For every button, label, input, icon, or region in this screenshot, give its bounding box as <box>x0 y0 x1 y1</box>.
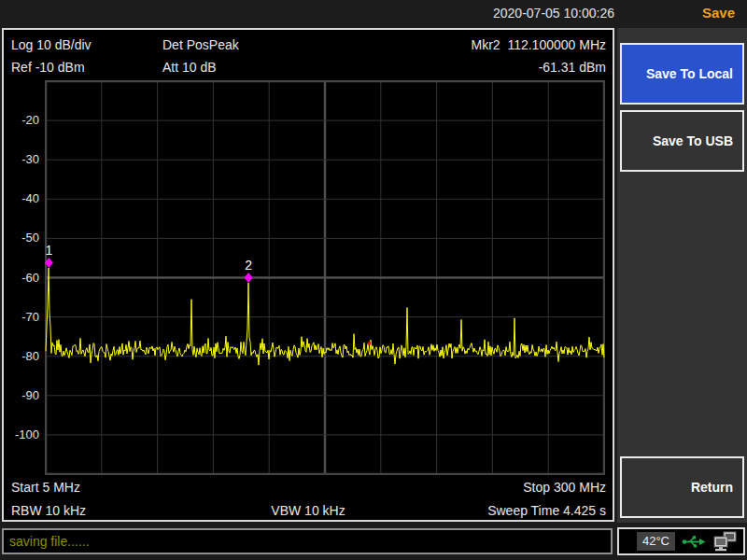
marker-diamond <box>245 273 253 283</box>
datetime: 2020-07-05 10:00:26 <box>493 6 614 21</box>
softkey-menu: Save To Local Save To USB Return <box>617 28 747 523</box>
usb-icon <box>682 534 706 550</box>
save-to-local-button[interactable]: Save To Local <box>620 43 744 105</box>
y-axis-labels: -20-30-40-50-60-70-80-90-100 <box>4 80 42 475</box>
y-tick-label: -50 <box>4 231 39 245</box>
return-button[interactable]: Return <box>620 456 744 518</box>
status-message: saving file...... <box>4 534 90 549</box>
temperature-badge: 42°C <box>637 532 675 551</box>
y-tick-label: -80 <box>4 349 39 363</box>
status-message-bar: saving file...... <box>2 528 613 554</box>
status-icons-bar: 42°C <box>617 527 745 555</box>
attenuation-readout: Att 10 dB <box>162 60 217 75</box>
marker-number: 2 <box>245 258 252 273</box>
y-tick-label: -90 <box>4 388 39 402</box>
active-menu-title: Save <box>702 5 735 21</box>
y-tick-label: -20 <box>4 113 39 127</box>
display-panel: Log 10 dB/div Det PosPeak Mkr2 112.10000… <box>2 28 614 522</box>
computer-icon <box>712 531 738 553</box>
y-tick-label: -30 <box>4 152 39 166</box>
detector-readout: Det PosPeak <box>162 37 239 52</box>
spectrum-analyzer-screen: 2020-07-05 10:00:26 Save Log 10 dB/div D… <box>0 0 747 560</box>
scale-readout: Log 10 dB/div <box>11 37 92 52</box>
start-frequency-label: Start 5 MHz <box>11 480 80 495</box>
save-to-usb-button[interactable]: Save To USB <box>620 110 744 172</box>
marker-amplitude-readout: -61.31 dBm <box>539 60 606 75</box>
reference-level-readout: Ref -10 dBm <box>11 60 85 75</box>
y-tick-label: -60 <box>4 271 39 285</box>
spectrum-plot: 12 <box>45 80 605 475</box>
sweep-time-label: Sweep Time 4.425 s <box>487 503 606 518</box>
marker-frequency-readout: Mkr2 112.100000 MHz <box>472 37 606 52</box>
marker-number: 1 <box>46 243 53 258</box>
red-dot <box>368 342 371 345</box>
y-tick-label: -70 <box>4 310 39 324</box>
stop-frequency-label: Stop 300 MHz <box>523 480 606 495</box>
y-tick-label: -40 <box>4 191 39 205</box>
y-tick-label: -100 <box>4 427 39 441</box>
top-bar: 2020-07-05 10:00:26 Save <box>0 0 747 27</box>
